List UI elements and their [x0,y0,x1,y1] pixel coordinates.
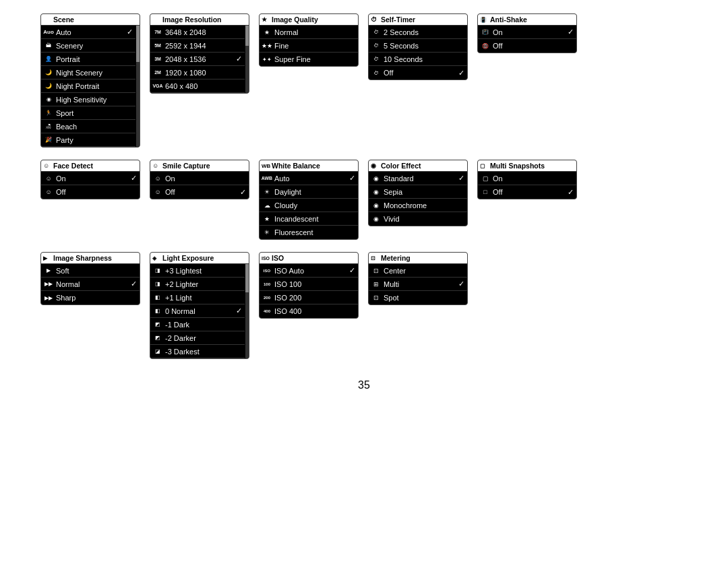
item-text-image-resolution-4: 640 x 480 [165,82,242,90]
panel-item-image-quality-2[interactable]: ✦✦Super Fine [260,53,358,66]
panel-header-icon-image-resolution [152,15,159,24]
panel-item-iso-2[interactable]: 200ISO 200 [260,291,358,304]
panel-item-image-quality-1[interactable]: ★★Fine [260,39,358,53]
panel-item-anti-shake-0[interactable]: 📳On✓ [478,26,576,39]
item-text-iso-2: ISO 200 [274,294,355,302]
panel-item-image-sharpness-0[interactable]: ▶Soft [41,264,140,278]
panel-item-scene-7[interactable]: 🏖Beach [41,120,135,133]
panel-item-white-balance-1[interactable]: ☀Daylight [260,185,358,199]
panel-item-image-sharpness-2[interactable]: ▶▶Sharp [41,291,140,304]
panel-multi-snapshots: ▢Multi Snapshots▢On□Off✓ [477,160,577,199]
item-icon-light-exposure-6: ◪ [153,347,162,356]
scrollbar-light-exposure[interactable] [245,264,249,358]
panel-item-face-detect-1[interactable]: ☺Off [41,185,140,199]
panel-item-scene-6[interactable]: 🏃Sport [41,106,135,120]
item-icon-self-timer-1: ⏱ [371,41,381,51]
panel-item-scene-0[interactable]: AuoAuto✓ [41,26,135,39]
panel-item-iso-3[interactable]: 400ISO 400 [260,304,358,318]
panel-item-light-exposure-4[interactable]: ◩-1 Dark [150,318,245,331]
item-text-scene-0: Auto [56,28,125,36]
panel-item-color-effect-0[interactable]: ◉Standard✓ [369,172,467,185]
panel-item-image-resolution-1[interactable]: 5M2592 x 1944 [150,39,245,53]
item-icon-white-balance-3: ★ [262,214,272,224]
item-text-scene-3: Night Scenery [56,69,133,77]
item-icon-light-exposure-0: ◨ [153,266,162,276]
panel-item-light-exposure-3[interactable]: ◧0 Normal✓ [150,304,245,318]
scrollbar-scene[interactable] [136,26,140,147]
item-icon-self-timer-3: ⏱ [371,68,381,77]
panel-item-scene-5[interactable]: ◉High Sensitivity [41,93,135,106]
item-text-scene-7: Beach [56,123,133,131]
item-icon-color-effect-3: ◉ [371,214,381,224]
item-text-image-quality-0: Normal [274,28,355,36]
row-1: SceneAuoAuto✓🏔Scenery👤Portrait🌙Night Sce… [40,13,688,148]
item-check-self-timer-3: ✓ [458,69,464,77]
panel-item-metering-1[interactable]: ⊞Multi✓ [369,278,467,291]
panel-header-image-resolution: Image Resolution [150,14,249,26]
panel-item-metering-0[interactable]: ⊡Center [369,264,467,278]
panel-item-anti-shake-1[interactable]: 📵Off [478,39,576,53]
panel-item-light-exposure-5[interactable]: ◩-2 Darker [150,331,245,345]
item-text-light-exposure-6: -3 Darkest [165,348,242,356]
panel-item-light-exposure-1[interactable]: ◨+2 Lighter [150,278,245,291]
panel-item-scene-3[interactable]: 🌙Night Scenery [41,66,135,79]
panel-item-multi-snapshots-1[interactable]: □Off✓ [478,185,576,199]
item-text-self-timer-0: 2 Seconds [384,28,464,36]
panel-header-icon-anti-shake: 📳 [480,15,487,23]
item-check-multi-snapshots-1: ✓ [568,188,574,197]
panel-item-image-quality-0[interactable]: ★Normal [260,26,358,39]
panel-item-image-resolution-2[interactable]: 3M2048 x 1536✓ [150,53,245,66]
panel-item-metering-2[interactable]: ⊡Spot [369,291,467,304]
panel-item-image-resolution-3[interactable]: 2M1920 x 1080 [150,66,245,79]
panel-item-self-timer-2[interactable]: ⏱10 Seconds [369,53,467,66]
panel-item-iso-1[interactable]: 100ISO 100 [260,278,358,291]
item-text-scene-4: Night Portrait [56,82,133,90]
panel-header-metering: ⊡Metering [369,253,467,264]
panel-item-image-sharpness-1[interactable]: ▶▶Normal✓ [41,278,140,291]
panel-item-scene-4[interactable]: 🌙Night Portrait [41,79,135,93]
panel-item-color-effect-3[interactable]: ◉Vivid [369,212,467,226]
panel-item-self-timer-3[interactable]: ⏱Off✓ [369,66,467,79]
panel-item-iso-0[interactable]: ISOISO Auto✓ [260,264,358,278]
panel-header-icon-face-detect: ☺ [43,162,49,169]
panel-header-icon-white-balance: WB [262,162,270,169]
panel-item-smile-capture-0[interactable]: ☺On [150,172,249,185]
panel-item-scene-2[interactable]: 👤Portrait [41,53,135,66]
panel-item-face-detect-0[interactable]: ☺On✓ [41,172,140,185]
panel-header-image-quality: ★Image Quality [260,14,358,26]
item-icon-image-resolution-4: VGA [153,82,162,91]
panel-item-scene-8[interactable]: 🎉Party [41,133,135,147]
panel-item-self-timer-1[interactable]: ⏱5 Seconds [369,39,467,53]
panel-item-image-resolution-0[interactable]: 7M3648 x 2048 [150,26,245,39]
panel-title-light-exposure: Light Exposure [162,254,214,262]
panel-item-multi-snapshots-0[interactable]: ▢On [478,172,576,185]
panel-item-white-balance-2[interactable]: ☁Cloudy [260,199,358,212]
item-text-smile-capture-1: Off [165,188,238,196]
panel-item-smile-capture-1[interactable]: ☺Off✓ [150,185,249,199]
panel-item-light-exposure-2[interactable]: ◧+1 Light [150,291,245,304]
panel-item-image-resolution-4[interactable]: VGA640 x 480 [150,79,245,93]
panel-item-light-exposure-0[interactable]: ◨+3 Lightest [150,264,245,278]
item-icon-image-quality-2: ✦✦ [262,55,272,64]
panel-title-white-balance: White Balance [272,162,320,170]
item-icon-color-effect-0: ◉ [371,174,381,183]
item-icon-self-timer-2: ⏱ [371,55,381,64]
panel-item-white-balance-3[interactable]: ★Incandescent [260,212,358,226]
panels-container: SceneAuoAuto✓🏔Scenery👤Portrait🌙Night Sce… [40,13,688,359]
item-icon-color-effect-2: ◉ [371,201,381,210]
panel-item-scene-1[interactable]: 🏔Scenery [41,39,135,53]
panel-title-metering: Metering [381,254,411,262]
panel-item-light-exposure-6[interactable]: ◪-3 Darkest [150,345,245,358]
panel-item-color-effect-2[interactable]: ◉Monochrome [369,199,467,212]
panel-item-white-balance-4[interactable]: ✳Fluorescent [260,226,358,239]
panel-item-self-timer-0[interactable]: ⏱2 Seconds [369,26,467,39]
item-icon-image-resolution-1: 5M [153,41,162,51]
panel-title-face-detect: Face Detect [53,162,93,170]
item-icon-self-timer-0: ⏱ [371,28,381,37]
scrollbar-image-resolution[interactable] [245,26,249,93]
panel-header-face-detect: ☺Face Detect [41,160,140,172]
panel-item-white-balance-0[interactable]: AWBAuto✓ [260,172,358,185]
panel-item-color-effect-1[interactable]: ◉Sepia [369,185,467,199]
panel-header-white-balance: WBWhite Balance [260,160,358,172]
item-text-metering-2: Spot [384,294,464,302]
